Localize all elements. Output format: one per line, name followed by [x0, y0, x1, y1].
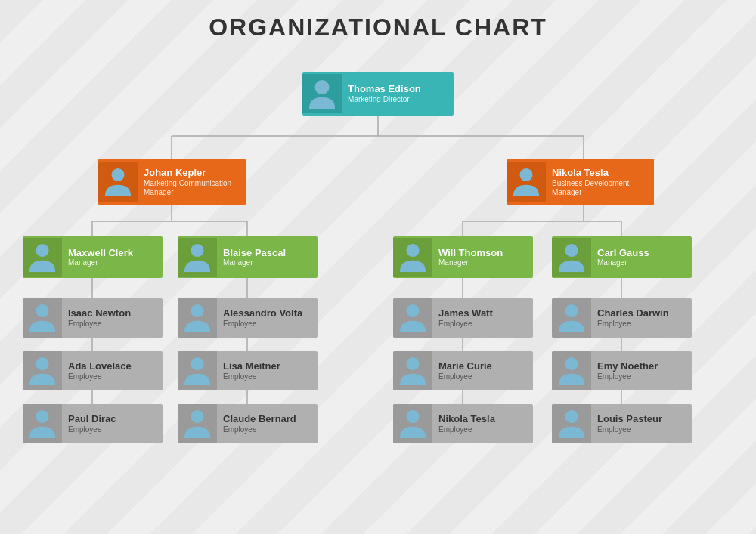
avatar-alex — [178, 298, 217, 338]
svg-point-38 — [406, 357, 419, 370]
role-james: Employee — [438, 319, 527, 329]
svg-point-37 — [406, 304, 419, 317]
svg-point-41 — [565, 357, 578, 370]
name-james: James Watt — [438, 307, 527, 319]
role-nikola-t: Business Development Manager — [552, 179, 648, 197]
svg-point-35 — [191, 357, 203, 370]
role-johan: Marketing Communication Manager — [144, 179, 240, 197]
svg-point-31 — [36, 304, 48, 317]
svg-point-34 — [191, 304, 203, 317]
avatar-louis — [552, 404, 591, 443]
node-maxwell: Maxwell Clerk Manager — [23, 236, 163, 278]
svg-point-26 — [519, 168, 532, 181]
role-blaise: Manager — [223, 258, 311, 267]
info-louis: Louis Pasteur Employee — [591, 410, 692, 437]
role-claude: Employee — [223, 425, 311, 434]
role-will: Manager — [438, 258, 527, 267]
node-louis: Louis Pasteur Employee — [552, 404, 692, 443]
role-marie: Employee — [438, 372, 527, 381]
node-alex: Alessandro Volta Employee — [178, 298, 318, 338]
name-isaac: Isaac Newton — [68, 307, 156, 319]
svg-point-39 — [406, 410, 419, 423]
avatar-emy — [552, 351, 591, 390]
name-emy: Emy Noether — [597, 360, 686, 372]
name-nikola2: Nikola Tesla — [438, 413, 527, 425]
name-lisa: Lisa Meitner — [223, 360, 311, 372]
svg-point-25 — [111, 168, 124, 181]
role-emy: Employee — [597, 372, 686, 381]
avatar-ada — [23, 351, 62, 390]
name-blaise: Blaise Pascal — [223, 247, 311, 259]
node-blaise: Blaise Pascal Manager — [178, 236, 318, 278]
avatar-blaise — [178, 238, 217, 277]
page-title: ORGANIZATIONAL CHART — [0, 0, 756, 49]
name-claude: Claude Bernard — [223, 413, 311, 425]
node-james: James Watt Employee — [393, 298, 533, 338]
info-maxwell: Maxwell Clerk Manager — [62, 244, 163, 271]
role-ada: Employee — [68, 372, 156, 381]
info-lisa: Lisa Meitner Employee — [217, 357, 318, 384]
role-isaac: Employee — [68, 319, 156, 329]
svg-point-42 — [565, 410, 578, 423]
avatar-johan — [98, 162, 138, 202]
info-carl: Carl Gauss Manager — [591, 244, 692, 271]
info-nikola-t: Nikola Tesla Business Development Manage… — [546, 164, 654, 200]
svg-point-29 — [406, 243, 419, 256]
avatar-thomas — [302, 74, 342, 113]
name-will: Will Thomson — [438, 247, 527, 259]
info-thomas: Thomas Edison Marketing Director — [342, 80, 454, 107]
org-chart: Thomas Edison Marketing Director Johan K… — [8, 49, 748, 532]
name-louis: Louis Pasteur — [597, 413, 686, 425]
role-carl: Manager — [597, 258, 686, 267]
info-nikola2: Nikola Tesla Employee — [432, 410, 533, 437]
node-isaac: Isaac Newton Employee — [23, 298, 163, 338]
name-charles: Charles Darwin — [597, 307, 686, 319]
node-emy: Emy Noether Employee — [552, 351, 692, 390]
name-johan: Johan Kepler — [144, 167, 240, 179]
node-claude: Claude Bernard Employee — [178, 404, 318, 443]
info-johan: Johan Kepler Marketing Communication Man… — [138, 164, 246, 200]
role-lisa: Employee — [223, 372, 311, 381]
info-marie: Marie Curie Employee — [432, 357, 533, 384]
name-nikola-t: Nikola Tesla — [552, 167, 648, 179]
info-isaac: Isaac Newton Employee — [62, 304, 163, 332]
avatar-maxwell — [23, 238, 62, 277]
name-thomas: Thomas Edison — [348, 83, 448, 95]
info-charles: Charles Darwin Employee — [591, 304, 692, 332]
node-carl: Carl Gauss Manager — [552, 236, 692, 278]
node-nikola2: Nikola Tesla Employee — [393, 404, 533, 443]
info-alex: Alessandro Volta Employee — [217, 304, 318, 332]
avatar-will — [393, 238, 432, 277]
role-maxwell: Manager — [68, 258, 156, 267]
name-marie: Marie Curie — [438, 360, 527, 372]
info-ada: Ada Lovelace Employee — [62, 357, 163, 384]
node-charles: Charles Darwin Employee — [552, 298, 692, 338]
node-thomas-edison: Thomas Edison Marketing Director — [302, 72, 454, 116]
role-nikola2: Employee — [438, 425, 527, 434]
role-louis: Employee — [597, 425, 686, 434]
avatar-marie — [393, 351, 432, 390]
svg-point-32 — [36, 357, 48, 370]
node-johan-kepler: Johan Kepler Marketing Communication Man… — [98, 159, 246, 205]
name-carl: Carl Gauss — [597, 247, 686, 259]
info-james: James Watt Employee — [432, 304, 533, 332]
avatar-paul — [23, 404, 62, 443]
svg-point-33 — [36, 410, 48, 423]
avatar-charles — [552, 298, 591, 338]
node-ada: Ada Lovelace Employee — [23, 351, 163, 390]
avatar-nikola2 — [393, 404, 432, 443]
info-claude: Claude Bernard Employee — [217, 410, 318, 437]
name-paul: Paul Dirac — [68, 413, 156, 425]
svg-point-24 — [315, 80, 330, 94]
role-paul: Employee — [68, 425, 156, 434]
node-marie: Marie Curie Employee — [393, 351, 533, 390]
avatar-nikola-t — [507, 162, 546, 202]
avatar-claude — [178, 404, 217, 443]
node-lisa: Lisa Meitner Employee — [178, 351, 318, 390]
info-emy: Emy Noether Employee — [591, 357, 692, 384]
svg-point-40 — [565, 304, 578, 317]
role-charles: Employee — [597, 319, 686, 329]
name-alex: Alessandro Volta — [223, 307, 311, 319]
avatar-lisa — [178, 351, 217, 390]
avatar-isaac — [23, 298, 62, 338]
